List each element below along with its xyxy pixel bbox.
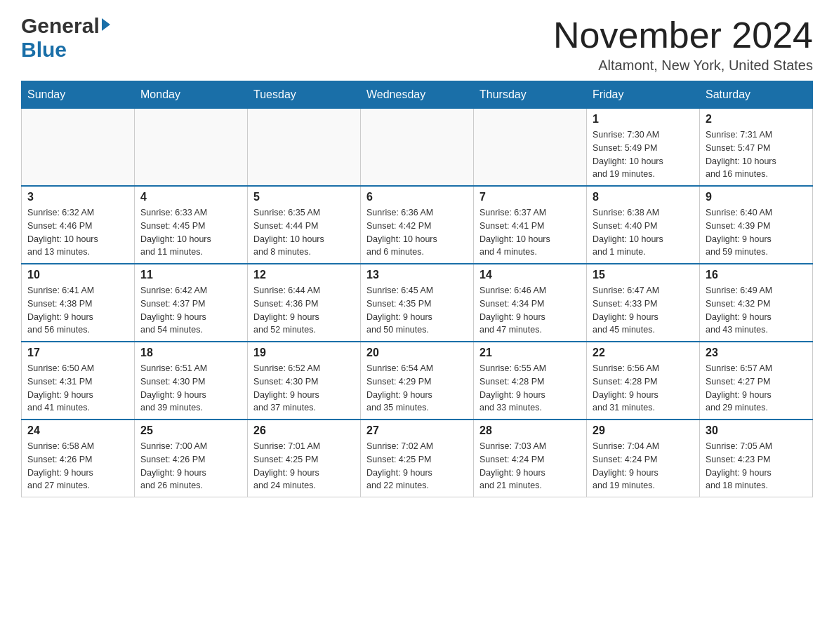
day-info: Sunrise: 7:00 AMSunset: 4:26 PMDaylight:… [140, 440, 241, 492]
day-number: 7 [479, 191, 581, 203]
calendar-week-row: 17Sunrise: 6:50 AMSunset: 4:31 PMDayligh… [22, 342, 813, 420]
day-info: Sunrise: 7:02 AMSunset: 4:25 PMDaylight:… [366, 440, 468, 492]
day-number: 20 [366, 347, 468, 359]
month-title: November 2024 [553, 14, 813, 56]
day-number: 9 [706, 191, 807, 203]
day-number: 19 [253, 347, 355, 359]
day-info: Sunrise: 7:03 AMSunset: 4:24 PMDaylight:… [479, 440, 581, 492]
calendar-cell: 10Sunrise: 6:41 AMSunset: 4:38 PMDayligh… [22, 264, 135, 342]
logo: General Blue [21, 14, 110, 62]
calendar-header: SundayMondayTuesdayWednesdayThursdayFrid… [22, 81, 813, 109]
logo-general-text: General [21, 14, 100, 38]
day-number: 11 [140, 269, 241, 281]
calendar-cell: 29Sunrise: 7:04 AMSunset: 4:24 PMDayligh… [587, 420, 700, 497]
day-info: Sunrise: 6:56 AMSunset: 4:28 PMDaylight:… [593, 362, 694, 415]
calendar-cell: 4Sunrise: 6:33 AMSunset: 4:45 PMDaylight… [135, 186, 248, 264]
weekday-header-row: SundayMondayTuesdayWednesdayThursdayFrid… [22, 81, 813, 109]
day-number: 17 [27, 347, 128, 359]
calendar-cell: 27Sunrise: 7:02 AMSunset: 4:25 PMDayligh… [361, 420, 474, 497]
day-info: Sunrise: 6:42 AMSunset: 4:37 PMDaylight:… [140, 284, 241, 337]
day-number: 18 [140, 347, 241, 359]
day-info: Sunrise: 6:46 AMSunset: 4:34 PMDaylight:… [479, 284, 581, 337]
day-number: 2 [706, 113, 807, 126]
calendar-cell: 2Sunrise: 7:31 AMSunset: 5:47 PMDaylight… [700, 109, 813, 187]
calendar-week-row: 24Sunrise: 6:58 AMSunset: 4:26 PMDayligh… [22, 420, 813, 497]
day-number: 15 [593, 269, 694, 281]
calendar-body: 1Sunrise: 7:30 AMSunset: 5:49 PMDaylight… [22, 109, 813, 497]
day-number: 27 [366, 424, 468, 437]
day-info: Sunrise: 6:51 AMSunset: 4:30 PMDaylight:… [140, 362, 241, 415]
day-info: Sunrise: 7:30 AMSunset: 5:49 PMDaylight:… [593, 128, 694, 181]
weekday-header-sunday: Sunday [22, 81, 135, 109]
calendar-cell: 9Sunrise: 6:40 AMSunset: 4:39 PMDaylight… [700, 186, 813, 264]
calendar-cell: 20Sunrise: 6:54 AMSunset: 4:29 PMDayligh… [361, 342, 474, 420]
calendar-cell [474, 109, 587, 187]
calendar-cell: 11Sunrise: 6:42 AMSunset: 4:37 PMDayligh… [135, 264, 248, 342]
calendar-cell: 25Sunrise: 7:00 AMSunset: 4:26 PMDayligh… [135, 420, 248, 497]
day-info: Sunrise: 6:52 AMSunset: 4:30 PMDaylight:… [253, 362, 355, 415]
day-info: Sunrise: 6:33 AMSunset: 4:45 PMDaylight:… [140, 206, 241, 259]
calendar-cell: 15Sunrise: 6:47 AMSunset: 4:33 PMDayligh… [587, 264, 700, 342]
calendar-cell: 3Sunrise: 6:32 AMSunset: 4:46 PMDaylight… [22, 186, 135, 264]
day-number: 21 [479, 347, 581, 359]
calendar-cell: 24Sunrise: 6:58 AMSunset: 4:26 PMDayligh… [22, 420, 135, 497]
day-info: Sunrise: 7:31 AMSunset: 5:47 PMDaylight:… [706, 128, 807, 181]
day-number: 29 [593, 424, 694, 437]
day-number: 16 [706, 269, 807, 281]
day-number: 22 [593, 347, 694, 359]
day-info: Sunrise: 6:44 AMSunset: 4:36 PMDaylight:… [253, 284, 355, 337]
day-number: 26 [253, 424, 355, 437]
day-info: Sunrise: 6:32 AMSunset: 4:46 PMDaylight:… [27, 206, 128, 259]
day-info: Sunrise: 6:37 AMSunset: 4:41 PMDaylight:… [479, 206, 581, 259]
day-info: Sunrise: 6:40 AMSunset: 4:39 PMDaylight:… [706, 206, 807, 259]
calendar-week-row: 1Sunrise: 7:30 AMSunset: 5:49 PMDaylight… [22, 109, 813, 187]
weekday-header-wednesday: Wednesday [361, 81, 474, 109]
calendar-cell [22, 109, 135, 187]
calendar-cell: 22Sunrise: 6:56 AMSunset: 4:28 PMDayligh… [587, 342, 700, 420]
day-number: 8 [593, 191, 694, 203]
logo-arrow-icon [102, 18, 110, 31]
day-number: 25 [140, 424, 241, 437]
calendar-week-row: 10Sunrise: 6:41 AMSunset: 4:38 PMDayligh… [22, 264, 813, 342]
day-info: Sunrise: 6:55 AMSunset: 4:28 PMDaylight:… [479, 362, 581, 415]
calendar-cell: 18Sunrise: 6:51 AMSunset: 4:30 PMDayligh… [135, 342, 248, 420]
calendar-cell: 13Sunrise: 6:45 AMSunset: 4:35 PMDayligh… [361, 264, 474, 342]
day-number: 24 [27, 424, 128, 437]
calendar-cell: 5Sunrise: 6:35 AMSunset: 4:44 PMDaylight… [248, 186, 361, 264]
day-info: Sunrise: 6:45 AMSunset: 4:35 PMDaylight:… [366, 284, 468, 337]
day-info: Sunrise: 6:41 AMSunset: 4:38 PMDaylight:… [27, 284, 128, 337]
weekday-header-friday: Friday [587, 81, 700, 109]
day-info: Sunrise: 6:54 AMSunset: 4:29 PMDaylight:… [366, 362, 468, 415]
day-number: 23 [706, 347, 807, 359]
weekday-header-tuesday: Tuesday [248, 81, 361, 109]
day-info: Sunrise: 6:58 AMSunset: 4:26 PMDaylight:… [27, 440, 128, 492]
day-info: Sunrise: 6:49 AMSunset: 4:32 PMDaylight:… [706, 284, 807, 337]
weekday-header-saturday: Saturday [700, 81, 813, 109]
calendar-cell [361, 109, 474, 187]
calendar-cell: 8Sunrise: 6:38 AMSunset: 4:40 PMDaylight… [587, 186, 700, 264]
calendar-cell: 19Sunrise: 6:52 AMSunset: 4:30 PMDayligh… [248, 342, 361, 420]
day-number: 28 [479, 424, 581, 437]
calendar-cell [248, 109, 361, 187]
day-info: Sunrise: 6:35 AMSunset: 4:44 PMDaylight:… [253, 206, 355, 259]
day-info: Sunrise: 6:36 AMSunset: 4:42 PMDaylight:… [366, 206, 468, 259]
calendar-cell: 30Sunrise: 7:05 AMSunset: 4:23 PMDayligh… [700, 420, 813, 497]
day-number: 10 [27, 269, 128, 281]
calendar-cell: 21Sunrise: 6:55 AMSunset: 4:28 PMDayligh… [474, 342, 587, 420]
logo-blue-text: Blue [21, 38, 67, 61]
day-number: 6 [366, 191, 468, 203]
calendar-cell: 1Sunrise: 7:30 AMSunset: 5:49 PMDaylight… [587, 109, 700, 187]
day-number: 12 [253, 269, 355, 281]
day-info: Sunrise: 7:01 AMSunset: 4:25 PMDaylight:… [253, 440, 355, 492]
day-info: Sunrise: 6:57 AMSunset: 4:27 PMDaylight:… [706, 362, 807, 415]
day-info: Sunrise: 6:47 AMSunset: 4:33 PMDaylight:… [593, 284, 694, 337]
location: Altamont, New York, United States [553, 58, 813, 74]
weekday-header-thursday: Thursday [474, 81, 587, 109]
day-number: 1 [593, 113, 694, 126]
calendar-table: SundayMondayTuesdayWednesdayThursdayFrid… [21, 81, 813, 497]
calendar-cell: 6Sunrise: 6:36 AMSunset: 4:42 PMDaylight… [361, 186, 474, 264]
calendar-cell: 17Sunrise: 6:50 AMSunset: 4:31 PMDayligh… [22, 342, 135, 420]
day-number: 14 [479, 269, 581, 281]
day-number: 30 [706, 424, 807, 437]
day-info: Sunrise: 7:05 AMSunset: 4:23 PMDaylight:… [706, 440, 807, 492]
